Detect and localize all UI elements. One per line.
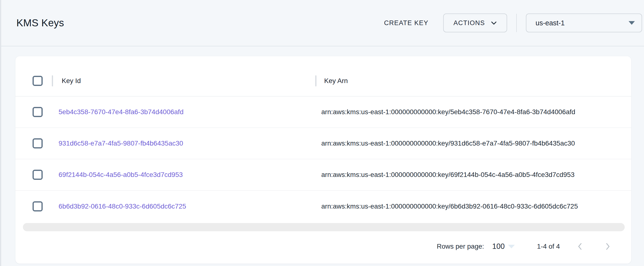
row-checkbox[interactable] [32,107,43,117]
previous-page-button[interactable] [572,238,588,255]
key-id-link[interactable]: 931d6c58-e7a7-4fa5-9807-fb4b6435ac30 [58,140,183,147]
toolbar-divider [516,14,517,32]
row-cell-key-id: 931d6c58-e7a7-4fa5-9807-fb4b6435ac30 [52,128,315,159]
row-cell-key-arn: arn:aws:kms:us-east-1:000000000000:key/5… [315,96,631,127]
table-row: 6b6d3b92-0616-48c0-933c-6d605dc6c725 arn… [16,191,631,222]
rows-per-page-label: Rows per page: [437,243,484,250]
row-checkbox-cell [16,128,52,159]
row-cell-key-id: 5eb4c358-7670-47e4-8fa6-3b74d4006afd [52,96,315,127]
row-checkbox-cell [16,96,52,127]
table-header-row: Key Id Key Arn [16,65,631,96]
row-cell-key-id: 69f2144b-054c-4a56-a0b5-4fce3d7cd953 [52,159,315,190]
column-resize-handle[interactable] [315,75,316,86]
triangle-down-icon [508,245,515,248]
row-checkbox[interactable] [32,201,43,211]
row-cell-key-arn: arn:aws:kms:us-east-1:000000000000:key/6… [315,159,631,190]
pagination-bar: Rows per page: 100 1-4 of 4 [16,229,631,263]
table-body: 5eb4c358-7670-47e4-8fa6-3b74d4006afd arn… [16,96,631,222]
row-cell-key-arn: arn:aws:kms:us-east-1:000000000000:key/9… [315,128,631,159]
column-resize-handle[interactable] [52,75,53,86]
column-header-key-arn: Key Arn [324,77,348,85]
row-checkbox[interactable] [32,138,43,149]
select-all-checkbox[interactable] [32,76,43,86]
create-key-button[interactable]: CREATE KEY [377,15,435,32]
kms-keys-card: Key Id Key Arn 5eb4c358-7670-47e4-8fa6-3… [16,56,631,263]
table-row: 931d6c58-e7a7-4fa5-9807-fb4b6435ac30 arn… [16,128,631,159]
table-row: 69f2144b-054c-4a56-a0b5-4fce3d7cd953 arn… [16,159,631,191]
rows-per-page-select[interactable]: 100 [492,242,515,251]
pagination-range-label: 1-4 of 4 [537,243,560,250]
region-select-value: us-east-1 [536,19,565,27]
header-cell-key-arn: Key Arn [315,65,631,96]
row-cell-key-arn: arn:aws:kms:us-east-1:000000000000:key/6… [315,191,631,222]
key-id-link[interactable]: 5eb4c358-7670-47e4-8fa6-3b74d4006afd [58,108,184,116]
row-checkbox-cell [16,159,52,190]
actions-button[interactable]: ACTIONS [443,14,507,32]
page-header: KMS Keys CREATE KEY ACTIONS us-east-1 [1,0,644,46]
key-id-link[interactable]: 6b6d3b92-0616-48c0-933c-6d605dc6c725 [58,203,186,210]
key-arn-text: arn:aws:kms:us-east-1:000000000000:key/5… [321,108,575,116]
header-controls: CREATE KEY ACTIONS us-east-1 [377,0,642,46]
header-checkbox-cell [16,65,52,96]
region-select[interactable]: us-east-1 [526,14,642,32]
next-page-button[interactable] [600,238,616,255]
actions-button-label: ACTIONS [453,19,485,27]
key-id-link[interactable]: 69f2144b-054c-4a56-a0b5-4fce3d7cd953 [58,171,183,179]
row-checkbox[interactable] [32,170,43,180]
key-arn-text: arn:aws:kms:us-east-1:000000000000:key/6… [321,171,574,179]
row-cell-key-id: 6b6d3b92-0616-48c0-933c-6d605dc6c725 [52,191,315,222]
key-arn-text: arn:aws:kms:us-east-1:000000000000:key/6… [321,203,578,210]
dropdown-caret-icon [628,21,635,25]
rows-per-page-value: 100 [492,242,505,251]
row-checkbox-cell [16,191,52,222]
table-row: 5eb4c358-7670-47e4-8fa6-3b74d4006afd arn… [16,96,631,128]
key-arn-text: arn:aws:kms:us-east-1:000000000000:key/9… [321,140,575,147]
column-header-key-id: Key Id [62,77,81,85]
page-title: KMS Keys [16,17,64,29]
header-cell-key-id: Key Id [52,65,315,96]
chevron-left-icon [577,242,582,250]
chevron-right-icon [605,242,610,250]
chevron-down-icon [491,21,497,25]
